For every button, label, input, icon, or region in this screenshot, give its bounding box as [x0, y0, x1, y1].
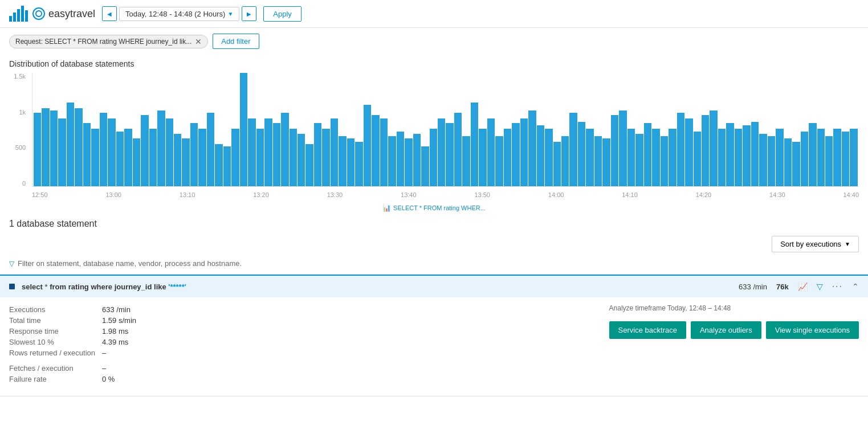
chart-bar-53[interactable] — [471, 103, 478, 186]
chart-bar-4[interactable] — [67, 103, 74, 186]
chart-bar-30[interactable] — [281, 113, 288, 186]
chart-bar-46[interactable] — [413, 134, 421, 186]
chart-bar-93[interactable] — [801, 132, 808, 186]
chart-bar-15[interactable] — [157, 111, 165, 186]
chart-bar-34[interactable] — [314, 123, 321, 186]
chart-bar-28[interactable] — [264, 118, 272, 186]
chart-bar-2[interactable] — [50, 111, 58, 186]
chart-bar-96[interactable] — [825, 136, 833, 186]
chart-bar-12[interactable] — [133, 138, 140, 186]
chart-bar-31[interactable] — [290, 129, 297, 186]
chart-bar-16[interactable] — [166, 118, 173, 186]
chart-bar-14[interactable] — [149, 129, 157, 186]
chart-bar-57[interactable] — [504, 129, 511, 186]
time-range-selector[interactable]: Today, 12:48 - 14:48 (2 Hours) ▼ — [119, 7, 239, 21]
chart-bar-75[interactable] — [652, 129, 659, 186]
expand-icon[interactable]: ⌃ — [852, 282, 859, 291]
chart-bar-27[interactable] — [256, 129, 264, 186]
view-single-executions-button[interactable]: View single executions — [766, 321, 859, 339]
statement-header[interactable]: select * from rating where journey_id li… — [0, 276, 868, 297]
chart-bar-56[interactable] — [495, 136, 503, 186]
chart-icon[interactable]: 📈 — [798, 282, 808, 291]
chart-bar-59[interactable] — [520, 118, 528, 186]
chart-bar-26[interactable] — [248, 118, 255, 186]
chart-bar-64[interactable] — [561, 136, 569, 186]
chart-bar-7[interactable] — [91, 129, 99, 186]
chart-bar-8[interactable] — [100, 113, 107, 186]
chart-bar-89[interactable] — [768, 136, 775, 186]
chart-bar-38[interactable] — [347, 138, 354, 186]
chart-bar-25[interactable] — [240, 73, 247, 186]
chart-bar-74[interactable] — [644, 123, 651, 186]
chart-bar-44[interactable] — [397, 132, 404, 186]
service-backtrace-button[interactable]: Service backtrace — [609, 321, 686, 339]
chart-bar-45[interactable] — [405, 138, 412, 186]
chart-bar-39[interactable] — [355, 142, 362, 186]
chart-bar-32[interactable] — [298, 134, 305, 186]
chart-bar-70[interactable] — [611, 115, 618, 186]
chart-bar-76[interactable] — [661, 136, 668, 186]
chart-bar-47[interactable] — [421, 146, 429, 186]
chart-bar-1[interactable] — [42, 108, 49, 186]
chart-bar-84[interactable] — [726, 123, 733, 186]
sort-by-executions-button[interactable]: Sort by executions ▼ — [772, 236, 859, 252]
chart-bar-66[interactable] — [578, 122, 585, 186]
chart-bar-92[interactable] — [792, 142, 800, 186]
chart-bar-21[interactable] — [207, 113, 214, 186]
chart-bar-77[interactable] — [669, 129, 676, 186]
time-next-button[interactable]: ▶ — [242, 6, 256, 21]
chart-bar-20[interactable] — [198, 129, 206, 186]
chart-bar-80[interactable] — [694, 132, 701, 186]
chart-bar-11[interactable] — [124, 129, 132, 186]
chart-bar-10[interactable] — [116, 132, 124, 186]
chart-bar-79[interactable] — [685, 118, 692, 186]
chart-bar-63[interactable] — [553, 142, 561, 186]
chart-bar-82[interactable] — [710, 111, 717, 186]
chart-bar-98[interactable] — [842, 132, 849, 186]
chart-bar-55[interactable] — [487, 118, 495, 186]
chart-bar-78[interactable] — [677, 113, 684, 186]
chart-bar-86[interactable] — [743, 125, 750, 186]
chart-bar-5[interactable] — [75, 108, 82, 186]
chart-bar-54[interactable] — [479, 129, 486, 186]
chart-bar-37[interactable] — [339, 136, 346, 186]
chart-bar-65[interactable] — [569, 113, 577, 186]
chart-bar-90[interactable] — [776, 129, 783, 186]
chart-bar-95[interactable] — [817, 129, 825, 186]
chart-bar-3[interactable] — [58, 118, 66, 186]
chart-bar-50[interactable] — [446, 123, 453, 186]
chart-bar-22[interactable] — [215, 144, 222, 186]
filter-statement-icon[interactable]: ▽ — [817, 282, 823, 291]
chart-bar-6[interactable] — [83, 123, 91, 186]
chart-bar-9[interactable] — [108, 118, 115, 186]
chart-bar-19[interactable] — [190, 123, 198, 186]
chart-bar-58[interactable] — [512, 123, 519, 186]
chart-bar-23[interactable] — [223, 146, 231, 186]
chart-bar-18[interactable] — [182, 138, 189, 186]
chart-bar-99[interactable] — [850, 129, 857, 186]
chart-bar-51[interactable] — [454, 113, 462, 186]
chart-bar-94[interactable] — [809, 123, 816, 186]
chart-bar-69[interactable] — [602, 138, 610, 186]
more-options-icon[interactable]: ··· — [832, 281, 843, 292]
chart-bar-29[interactable] — [273, 123, 280, 186]
chart-bar-61[interactable] — [537, 125, 544, 186]
add-filter-button[interactable]: Add filter — [213, 34, 259, 49]
chart-bar-42[interactable] — [380, 118, 388, 186]
chart-bar-35[interactable] — [322, 129, 329, 186]
remove-filter-button[interactable]: ✕ — [195, 38, 202, 46]
chart-bar-85[interactable] — [735, 129, 742, 186]
chart-bar-88[interactable] — [759, 134, 767, 186]
chart-bar-41[interactable] — [372, 115, 379, 186]
chart-bar-81[interactable] — [702, 115, 709, 186]
chart-bar-36[interactable] — [331, 118, 338, 186]
chart-bar-49[interactable] — [438, 118, 445, 186]
chart-bar-0[interactable] — [34, 113, 41, 186]
chart-bar-73[interactable] — [635, 134, 643, 186]
chart-bar-71[interactable] — [619, 111, 626, 186]
chart-bar-43[interactable] — [388, 136, 396, 186]
chart-bar-52[interactable] — [462, 136, 470, 186]
chart-bars-area[interactable] — [32, 73, 859, 187]
chart-bar-67[interactable] — [586, 129, 593, 186]
analyze-outliers-button[interactable]: Analyze outliers — [691, 321, 761, 339]
